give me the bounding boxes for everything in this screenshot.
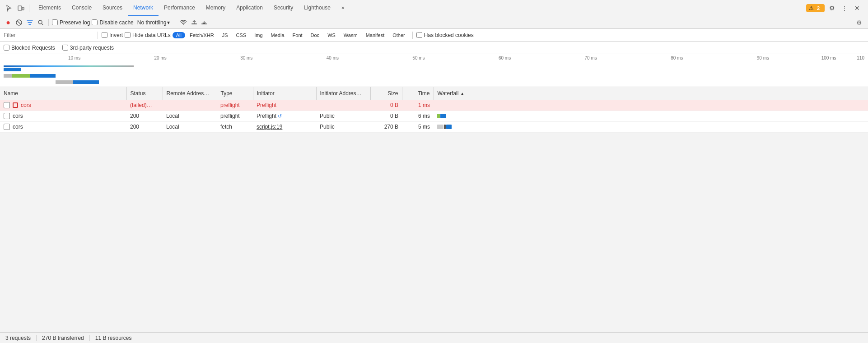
col-header-time[interactable]: Time xyxy=(402,87,434,100)
third-party-label[interactable]: 3rd-party requests xyxy=(62,45,114,51)
invert-label[interactable]: Invert xyxy=(102,32,123,38)
preserve-log-label[interactable]: Preserve log xyxy=(52,19,90,26)
chip-all[interactable]: All xyxy=(173,32,185,38)
row-checkbox-1[interactable] xyxy=(4,102,10,108)
col-header-size[interactable]: Size xyxy=(370,87,402,100)
throttle-selector[interactable]: No throttling ▾ xyxy=(135,19,172,26)
table-row[interactable]: cors (failed)… preflight Preflight 0 B 1… xyxy=(0,100,868,111)
chip-fetch-xhr[interactable]: Fetch/XHR xyxy=(186,32,218,38)
hide-data-urls-label[interactable]: Hide data URLs xyxy=(125,32,171,38)
chip-media[interactable]: Media xyxy=(267,32,288,38)
search-icon[interactable] xyxy=(36,18,45,27)
col-header-remote[interactable]: Remote Addres… xyxy=(163,87,217,100)
chip-wasm[interactable]: Wasm xyxy=(340,32,361,38)
table-row[interactable]: cors 200 Local preflight Preflight ↺ Pub… xyxy=(0,111,868,121)
clear-button[interactable] xyxy=(14,18,23,27)
has-blocked-cookies-checkbox[interactable] xyxy=(416,32,422,38)
col-header-status[interactable]: Status xyxy=(126,87,163,100)
tab-right-controls: ⚠ 2 ⚙ ⋮ ✕ xyxy=(806,3,866,14)
cell-status-2: 200 xyxy=(126,111,163,121)
tab-memory[interactable]: Memory xyxy=(201,0,231,16)
tick-10ms: 10 ms xyxy=(68,56,80,60)
preflight-icon-2: ↺ xyxy=(278,113,282,119)
tab-lighthouse[interactable]: Lighthouse xyxy=(299,0,336,16)
mini-waterfall-area[interactable] xyxy=(0,63,868,87)
record-button[interactable]: ● xyxy=(4,18,13,27)
tab-console[interactable]: Console xyxy=(66,0,97,16)
toolbar-sep-1 xyxy=(48,19,49,26)
row-checkbox-2[interactable] xyxy=(4,113,10,119)
status-bar: 3 requests 270 B transferred 11 B resour… xyxy=(0,332,868,343)
chip-js[interactable]: JS xyxy=(219,32,232,38)
tab-performance[interactable]: Performance xyxy=(159,0,201,16)
mini-bar-1 xyxy=(4,68,21,71)
wifi-icon[interactable] xyxy=(178,19,188,27)
tab-network[interactable]: Network xyxy=(128,0,159,16)
filter-sep-2 xyxy=(412,32,413,39)
devtools-close-button[interactable]: ✕ xyxy=(852,3,863,14)
import-icon[interactable] xyxy=(190,19,198,27)
col-header-initiator[interactable]: Initiator xyxy=(253,87,316,100)
tab-more[interactable]: » xyxy=(336,0,350,16)
svg-line-5 xyxy=(42,23,43,25)
cell-initiator-2: Preflight ↺ xyxy=(253,111,316,121)
devtools-more-button[interactable]: ⋮ xyxy=(839,3,850,14)
issues-badge[interactable]: ⚠ 2 xyxy=(806,4,825,12)
invert-checkbox[interactable] xyxy=(102,32,107,38)
blocked-requests-checkbox[interactable] xyxy=(4,45,9,51)
table-row[interactable]: cors 200 Local fetch script.js:19 Public… xyxy=(0,121,868,132)
tick-80ms: 80 ms xyxy=(671,56,683,60)
mini-bar-3a xyxy=(56,80,73,84)
cell-init-addr-1 xyxy=(316,100,370,111)
error-icon-1 xyxy=(13,102,18,108)
status-sep-1 xyxy=(36,335,37,341)
disable-cache-checkbox[interactable] xyxy=(92,19,98,25)
cell-time-2: 6 ms xyxy=(402,111,434,121)
wf-bar-green-2 xyxy=(437,114,440,118)
device-icon[interactable] xyxy=(15,3,26,14)
blocked-requests-label[interactable]: Blocked Requests xyxy=(4,45,55,51)
cell-type-1: preflight xyxy=(217,100,253,111)
tick-110: 110 xyxy=(857,56,864,60)
filter-icon[interactable] xyxy=(25,18,34,27)
status-resources: 11 B resources xyxy=(95,335,132,341)
preserve-log-checkbox[interactable] xyxy=(52,19,58,25)
hide-data-urls-checkbox[interactable] xyxy=(125,32,131,38)
disable-cache-label[interactable]: Disable cache xyxy=(92,19,133,26)
chip-doc[interactable]: Doc xyxy=(307,32,323,38)
chip-other[interactable]: Other xyxy=(389,32,409,38)
cell-initiator-1: Preflight xyxy=(253,100,316,111)
cursor-icon[interactable] xyxy=(4,3,14,14)
col-header-name[interactable]: Name xyxy=(0,87,126,100)
row-checkbox-3[interactable] xyxy=(4,124,10,130)
content-area[interactable]: Name Status Remote Addres… Type Initiato… xyxy=(0,87,868,343)
tick-20ms: 20 ms xyxy=(154,56,167,60)
cell-waterfall-2 xyxy=(434,111,868,121)
tab-security[interactable]: Security xyxy=(268,0,299,16)
chip-ws[interactable]: WS xyxy=(324,32,339,38)
chip-font[interactable]: Font xyxy=(289,32,306,38)
filter-input[interactable] xyxy=(4,32,94,38)
col-header-type[interactable]: Type xyxy=(217,87,253,100)
col-header-waterfall[interactable]: Waterfall xyxy=(434,87,868,100)
tick-60ms: 60 ms xyxy=(499,56,511,60)
tab-elements[interactable]: Elements xyxy=(33,0,66,16)
has-blocked-cookies-label[interactable]: Has blocked cookies xyxy=(416,32,474,38)
chip-img[interactable]: Img xyxy=(251,32,266,38)
tab-sources[interactable]: Sources xyxy=(97,0,128,16)
devtools-settings-button[interactable]: ⚙ xyxy=(826,3,837,14)
col-header-init-addr[interactable]: Initiator Addres… xyxy=(316,87,370,100)
tab-application[interactable]: Application xyxy=(231,0,268,16)
network-table: Name Status Remote Addres… Type Initiato… xyxy=(0,87,868,133)
export-icon[interactable] xyxy=(200,19,208,27)
chip-manifest[interactable]: Manifest xyxy=(362,32,388,38)
cell-name-3: cors xyxy=(0,121,126,132)
chip-css[interactable]: CSS xyxy=(233,32,250,38)
cell-size-3: 270 B xyxy=(370,121,402,132)
third-party-checkbox[interactable] xyxy=(62,45,68,51)
tick-40ms: 40 ms xyxy=(327,56,339,60)
status-sep-2 xyxy=(89,335,90,341)
network-settings-icon[interactable]: ⚙ xyxy=(854,17,864,28)
cell-type-3: fetch xyxy=(217,121,253,132)
filter-bar: Invert Hide data URLs All Fetch/XHR JS C… xyxy=(0,29,868,42)
